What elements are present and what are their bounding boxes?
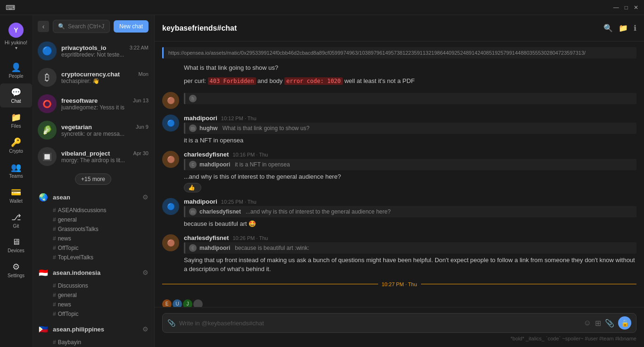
chat-item-vibeland[interactable]: 🔲 vibeland_project Apr 30 morgy: The air…: [32, 143, 154, 170]
chat-item-cryptocurrency[interactable]: ₿ cryptocurrency.chat Mon techaspirer: 👋: [32, 64, 154, 91]
chat-avatar: ⭕: [38, 94, 57, 113]
system-avatar: J: [183, 299, 192, 307]
team-header-asean[interactable]: 🌏 asean ⚙: [32, 189, 154, 206]
input-hints: *bold* _italics_ `code` ~spoiler~ #user …: [162, 336, 636, 341]
msg-text: per curl: 403 Forbidden and body error c…: [184, 77, 415, 84]
back-button[interactable]: ‹: [38, 21, 49, 32]
team-settings-icon[interactable]: ⚙: [142, 269, 149, 276]
window-controls: — □ ✕: [613, 4, 638, 11]
message-author: mahdipoori: [184, 115, 217, 122]
team-settings-icon[interactable]: ⚙: [142, 193, 149, 201]
channel-item[interactable]: #ASEANdiscussions: [53, 206, 154, 215]
team-channels-asean-indonesia: #Discussions #general #news #OffTopic: [32, 281, 154, 319]
chat-info: cryptocurrency.chat Mon techaspirer: 👋: [61, 71, 149, 84]
chat-time: 3:22 AM: [130, 45, 149, 50]
team-header-asean-philippines[interactable]: 🇵🇭 asean.philippines ⚙: [32, 321, 154, 338]
gif-icon[interactable]: ⊞: [595, 319, 601, 328]
message-avatar: 🔵: [162, 198, 179, 215]
info-icon[interactable]: ℹ: [634, 24, 636, 33]
minimize-btn[interactable]: —: [613, 4, 619, 11]
message-text: Saying that up front instead of making u…: [184, 256, 636, 274]
channel-item[interactable]: #Discussions: [53, 281, 154, 290]
chat-input[interactable]: [179, 320, 580, 327]
chat-list: privacytools_io 3:22 AM espritlbredev: N…: [32, 38, 154, 347]
sidebar-item-git[interactable]: ⎇ Git: [0, 208, 32, 232]
close-btn[interactable]: ✕: [634, 4, 638, 11]
wallet-icon: 💳: [11, 187, 21, 198]
chat-item-privacytools[interactable]: privacytools_io 3:22 AM espritlbredev: N…: [32, 38, 154, 64]
more-chats-button[interactable]: +15 more: [75, 174, 111, 185]
search-icon[interactable]: 🔍: [603, 24, 613, 33]
input-actions: ☺ ⊞ 📎: [584, 319, 614, 328]
channel-item[interactable]: #TopLevelTalks: [53, 253, 154, 262]
message-time: 10:12 PM · Thu: [221, 116, 256, 121]
sidebar-item-git-label: Git: [13, 223, 19, 229]
quote-block: c mahdipoori because is beautiful art :w…: [184, 242, 636, 254]
sidebar-item-files[interactable]: 📁 Files: [0, 108, 32, 132]
chat-sidebar: ‹ 🔍 New chat privacytools_io 3:22 AM esp…: [32, 15, 155, 347]
channel-item[interactable]: #general: [53, 290, 154, 300]
sidebar-item-devices[interactable]: 🖥 Devices: [0, 233, 32, 257]
new-chat-button[interactable]: New chat: [114, 20, 149, 33]
lock-button[interactable]: 🔒: [618, 316, 631, 330]
sidebar-item-people[interactable]: 👤 People: [0, 58, 32, 83]
reaction-button[interactable]: 👍: [184, 183, 201, 192]
hash-icon: #: [53, 216, 56, 223]
quote-avatar: c: [189, 244, 197, 252]
sidebar-item-wallet-label: Wallet: [9, 198, 22, 204]
channel-item[interactable]: #OffTopic: [53, 243, 154, 253]
team-flag: 🇮🇩: [38, 267, 49, 278]
sidebar-item-teams[interactable]: 👥 Teams: [0, 158, 32, 182]
message-avatar: 🟤: [162, 92, 179, 109]
chat-info: freesoftware Jun 13 juandiegomez: Yesss …: [61, 97, 149, 111]
chat-item-freesoftware[interactable]: ⭕ freesoftware Jun 13 juandiegomez: Yess…: [32, 91, 154, 117]
sidebar-item-crypto[interactable]: 🔑 Crypto: [0, 133, 32, 157]
system-avatar: E: [162, 299, 172, 307]
user-menu[interactable]: Y Hi yukino! ▾: [0, 19, 32, 58]
channel-item[interactable]: #OffTopic: [53, 309, 154, 319]
sidebar-item-files-label: Files: [11, 124, 21, 129]
message-content: mahdipoori 10:25 PM · Thu m charlesdyfis…: [184, 198, 636, 229]
attachment-icon[interactable]: 📎: [167, 319, 175, 327]
emoji-icon[interactable]: ☺: [584, 319, 591, 328]
channel-item[interactable]: #general: [53, 215, 154, 224]
chat-preview: morgy: The airdrop is lit...: [61, 157, 149, 164]
search-input[interactable]: [68, 23, 105, 30]
divider-line: [162, 284, 378, 284]
divider-line: [421, 284, 637, 284]
reaction-emoji: 👍: [188, 184, 195, 191]
sidebar-item-settings[interactable]: ⚙ Settings: [0, 258, 32, 282]
chat-preview: techaspirer: 👋: [61, 78, 149, 84]
attach-icon[interactable]: 📎: [605, 319, 614, 328]
channel-item[interactable]: #Baybayin: [53, 338, 154, 347]
sidebar-item-wallet[interactable]: 💳 Wallet: [0, 183, 32, 207]
system-message-text: [162, 295, 636, 298]
crypto-icon: 🔑: [11, 137, 21, 148]
hash-icon: #: [53, 207, 56, 214]
folder-icon[interactable]: 📁: [619, 24, 628, 33]
message-avatar: 🔵: [162, 115, 179, 132]
chat-avatar: [38, 41, 57, 60]
hash-icon: #: [53, 311, 56, 317]
message-content: charlesdyfisnet 10:16 PM · Thu c mahdipo…: [184, 151, 636, 193]
maximize-btn[interactable]: □: [625, 4, 628, 11]
main-chat-area: keybasefriends#chat 🔍 📁 ℹ https://opense…: [155, 15, 644, 347]
chat-avatar: 🥬: [38, 121, 57, 140]
git-icon: ⎇: [11, 212, 21, 223]
team-header-asean-indonesia[interactable]: 🇮🇩 asean.indonesia ⚙: [32, 264, 154, 281]
channel-item[interactable]: #GrassrootsTalks: [53, 224, 154, 234]
chat-preview: espritlbredev: Not teste...: [61, 51, 149, 58]
hash-icon: #: [53, 292, 56, 298]
search-box[interactable]: 🔍: [53, 20, 110, 33]
chat-item-vegetarian[interactable]: 🥬 vegetarian Jun 9 syncretik: or are mes…: [32, 117, 154, 143]
quote-author: mahdipoori: [199, 245, 230, 251]
channel-item[interactable]: #news: [53, 300, 154, 309]
system-avatar: U: [173, 299, 182, 307]
team-settings-icon[interactable]: ⚙: [142, 325, 149, 333]
quote-text: What is that link going to show us?: [223, 125, 310, 132]
channel-item[interactable]: #news: [53, 234, 154, 243]
team-section-asean-philippines: 🇵🇭 asean.philippines ⚙ #Baybayin #Discus…: [32, 321, 154, 347]
sidebar-item-chat-label: Chat: [11, 99, 21, 104]
code-snippet: 403 Forbidden: [208, 77, 256, 85]
sidebar-item-chat[interactable]: 💬 Chat: [0, 83, 32, 107]
